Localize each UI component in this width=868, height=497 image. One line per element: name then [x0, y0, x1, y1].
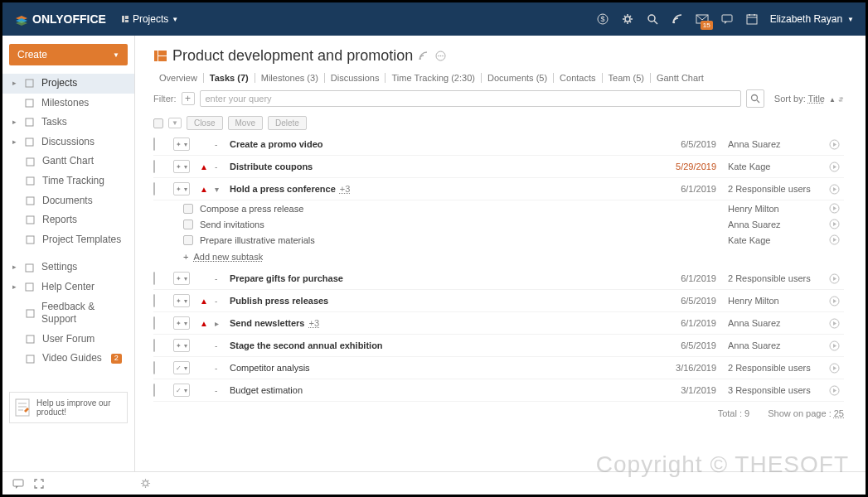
- task-state-button[interactable]: ✦ ▾: [173, 316, 190, 330]
- task-title[interactable]: Send newsletters+3: [230, 318, 658, 328]
- task-title[interactable]: Create a promo video: [230, 139, 658, 149]
- sidebar-item-tasks[interactable]: ▸Tasks: [2, 113, 134, 133]
- task-responsible[interactable]: Anna Suarez: [723, 139, 822, 149]
- subtask-more-icon[interactable]: [829, 203, 844, 214]
- add-filter-button[interactable]: +: [182, 92, 195, 105]
- sidebar-item-help-center[interactable]: ▸Help Center: [2, 277, 134, 297]
- tab-team-[interactable]: Team (5): [603, 73, 651, 83]
- module-menu[interactable]: Projects ▼: [121, 13, 178, 25]
- subtask-responsible[interactable]: Kate Kage: [723, 235, 822, 245]
- task-title[interactable]: Publish press releases: [230, 296, 658, 306]
- task-state-button[interactable]: ✓ ▾: [173, 361, 190, 374]
- sidebar-item-discussions[interactable]: ▸Discussions: [2, 133, 134, 152]
- subtask-checkbox[interactable]: [183, 235, 193, 245]
- select-all-dropdown-icon[interactable]: ▼: [168, 118, 182, 128]
- sidebar-item-feedback-support[interactable]: Feedback & Support: [2, 297, 134, 330]
- task-more-icon[interactable]: [829, 273, 844, 284]
- task-state-button[interactable]: ✦ ▾: [173, 339, 190, 352]
- sidebar-item-settings[interactable]: ▸Settings: [2, 258, 134, 277]
- filter-search-button[interactable]: [746, 89, 764, 108]
- task-state-button[interactable]: ✦ ▾: [173, 294, 190, 307]
- task-checkbox[interactable]: [153, 316, 155, 330]
- expand-subtasks-icon[interactable]: -: [215, 364, 223, 373]
- expand-subtasks-icon[interactable]: ▸: [215, 319, 223, 328]
- task-responsible[interactable]: 3 Responsible users: [723, 385, 822, 395]
- subtask-checkbox[interactable]: [183, 204, 193, 214]
- tab-contacts[interactable]: Contacts: [554, 73, 602, 83]
- expand-footer-icon[interactable]: [34, 479, 44, 489]
- task-more-icon[interactable]: [829, 184, 844, 195]
- task-checkbox[interactable]: [153, 339, 155, 352]
- expand-subtasks-icon[interactable]: -: [215, 162, 223, 171]
- add-subtask-button[interactable]: + Add new subtask: [153, 248, 844, 268]
- tab-gantt-chart[interactable]: Gantt Chart: [651, 73, 710, 83]
- task-more-icon[interactable]: [829, 318, 844, 329]
- task-state-button[interactable]: ✦ ▾: [173, 138, 190, 151]
- expand-subtasks-icon[interactable]: -: [215, 297, 223, 306]
- sidebar-item-reports[interactable]: Reports: [2, 210, 134, 230]
- expand-subtasks-icon[interactable]: -: [215, 274, 223, 283]
- expand-subtasks-icon[interactable]: -: [215, 386, 223, 395]
- task-responsible[interactable]: 2 Responsible users: [723, 184, 822, 194]
- sidebar-item-time-tracking[interactable]: Time Tracking: [2, 171, 134, 191]
- chat-footer-icon[interactable]: [12, 478, 24, 490]
- task-more-icon[interactable]: [829, 162, 844, 172]
- tab-discussions[interactable]: Discussions: [325, 73, 386, 83]
- task-title[interactable]: Stage the second annual exhibition: [230, 340, 658, 350]
- feed-icon[interactable]: [671, 12, 684, 26]
- per-page-selector[interactable]: 25: [834, 408, 844, 418]
- sort-by[interactable]: Sort by: Title ▲ ⇵: [774, 94, 844, 104]
- task-more-icon[interactable]: [829, 363, 844, 374]
- logo[interactable]: ONLYOFFICE: [14, 12, 106, 26]
- task-responsible[interactable]: Henry Milton: [723, 296, 822, 306]
- task-responsible[interactable]: 2 Responsible users: [723, 273, 822, 283]
- task-state-button[interactable]: ✦ ▾: [173, 182, 190, 195]
- task-title[interactable]: Budget estimation: [230, 385, 658, 395]
- sidebar-item-video-guides[interactable]: Video Guides2: [2, 349, 134, 369]
- task-responsible[interactable]: Anna Suarez: [723, 340, 822, 350]
- improve-product-box[interactable]: Help us improve our product!: [9, 392, 128, 423]
- tab-documents-[interactable]: Documents (5): [482, 73, 554, 83]
- subtask-responsible[interactable]: Anna Suarez: [723, 220, 822, 229]
- subtask-checkbox[interactable]: [183, 220, 193, 229]
- close-selected-button[interactable]: Close: [187, 116, 223, 130]
- task-responsible[interactable]: Kate Kage: [723, 162, 822, 171]
- gear-footer-icon[interactable]: [140, 478, 151, 489]
- tab-overview[interactable]: Overview: [153, 73, 204, 83]
- sidebar-item-gantt-chart[interactable]: Gantt Chart: [2, 152, 134, 171]
- edit-icon[interactable]: [418, 51, 429, 61]
- sidebar-item-milestones[interactable]: ▸Milestones: [2, 94, 134, 113]
- task-checkbox[interactable]: [153, 160, 155, 173]
- gift-icon[interactable]: $: [596, 12, 609, 26]
- subtask-title[interactable]: Compose a press release: [200, 204, 658, 214]
- subtask-more-icon[interactable]: [829, 219, 844, 229]
- sidebar-item-projects[interactable]: ▸Projects: [2, 74, 134, 94]
- task-more-icon[interactable]: [829, 296, 844, 306]
- expand-subtasks-icon[interactable]: -: [215, 140, 223, 149]
- calendar-icon[interactable]: [745, 12, 759, 26]
- task-checkbox[interactable]: [153, 138, 155, 151]
- tab-milestones-[interactable]: Milestones (3): [255, 73, 325, 83]
- search-icon[interactable]: [646, 12, 659, 26]
- sidebar-item-documents[interactable]: Documents: [2, 191, 134, 211]
- move-selected-button[interactable]: Move: [228, 116, 263, 130]
- expand-subtasks-icon[interactable]: -: [215, 341, 223, 350]
- task-title[interactable]: Distribute coupons: [230, 162, 658, 171]
- task-more-icon[interactable]: [829, 340, 844, 351]
- filter-input[interactable]: [200, 90, 741, 107]
- select-all-checkbox[interactable]: [153, 118, 163, 128]
- task-checkbox[interactable]: [153, 294, 155, 307]
- task-more-icon[interactable]: [829, 139, 844, 150]
- task-state-button[interactable]: ✦ ▾: [173, 160, 190, 173]
- sidebar-item-user-forum[interactable]: User Forum: [2, 330, 134, 350]
- task-title[interactable]: Prepare gifts for purchase: [230, 273, 658, 283]
- task-responsible[interactable]: Anna Suarez: [723, 318, 822, 328]
- task-state-button[interactable]: ✦ ▾: [173, 272, 190, 285]
- subtask-responsible[interactable]: Henry Milton: [723, 204, 822, 214]
- task-title[interactable]: Competitor analysis: [230, 363, 658, 373]
- chat-icon[interactable]: [720, 12, 734, 26]
- more-icon[interactable]: [435, 51, 446, 61]
- task-more-icon[interactable]: [829, 385, 844, 396]
- task-title[interactable]: Hold a press conference+3: [230, 184, 658, 194]
- delete-selected-button[interactable]: Delete: [268, 116, 307, 130]
